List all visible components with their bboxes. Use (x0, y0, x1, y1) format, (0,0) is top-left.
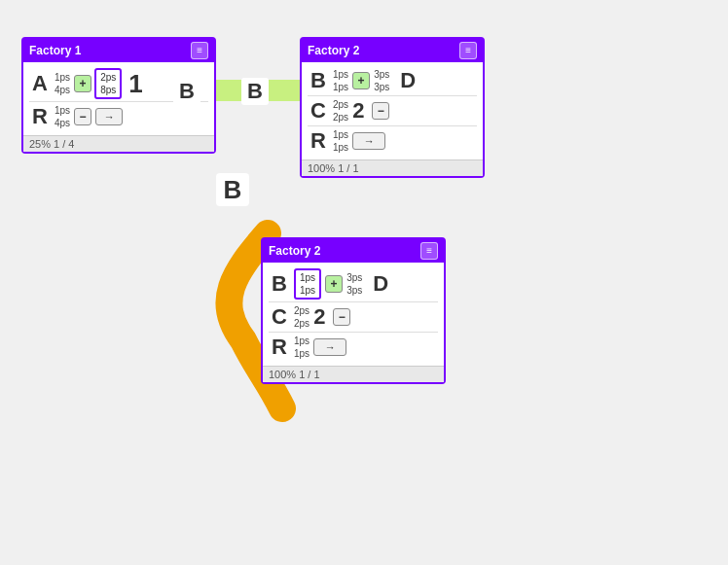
factory1-letter-R: R (29, 104, 51, 129)
factory2-bot-box: Factory 2 ≡ B 1ps 1ps + 3ps 3ps D C 2ps … (261, 237, 446, 384)
factory2-bot-B-ps-box: 1ps 1ps (294, 268, 321, 300)
factory2-top-row-C: C 2ps 2ps 2 − (308, 98, 477, 124)
factory2-bot-title: Factory 2 (269, 244, 320, 258)
factory2-bot-R-arrow-btn[interactable]: → (313, 338, 346, 356)
factory2-bot-C-minus-btn[interactable]: − (333, 308, 350, 326)
factory2-top-C-badge: 2 (352, 98, 364, 124)
factory2-top-C-ps: 2ps 2ps (333, 98, 348, 124)
factory2-bot-header: Factory 2 ≡ (263, 239, 444, 263)
factory1-A-badge: 1 (128, 69, 142, 99)
factory2-bot-letter-B: B (269, 271, 290, 297)
factory1-menu-btn[interactable]: ≡ (191, 42, 208, 59)
factory2-bot-footer: 100% 1 / 1 (263, 366, 444, 382)
factory2-top-row-B: B 1ps 1ps + 3ps 3ps D (308, 68, 477, 93)
factory1-footer-text: 25% 1 / 4 (29, 138, 74, 150)
connector-B-left: B (173, 78, 200, 105)
factory2-top-R-arrow-btn[interactable]: → (352, 132, 385, 150)
factory2-bot-letter-R: R (269, 335, 290, 360)
factory2-top-B-plus-btn[interactable]: + (352, 72, 370, 89)
factory2-bot-row-C: C 2ps 2ps 2 − (269, 304, 438, 330)
factory1-A-plus-btn[interactable]: + (74, 75, 91, 92)
factory2-top-C-minus-btn[interactable]: − (372, 102, 389, 120)
factory1-A-ps-box: 2ps 8ps (94, 68, 122, 99)
factory2-bot-letter-C: C (269, 304, 290, 330)
factory2-bot-B-plus-btn[interactable]: + (325, 275, 343, 293)
factory1-R-arrow-btn[interactable]: → (95, 108, 123, 125)
factory1-letter-A: A (29, 71, 51, 96)
factory2-bot-row-B: B 1ps 1ps + 3ps 3ps D (269, 268, 438, 300)
factory2-top-footer: 100% 1 / 1 (302, 159, 483, 176)
factory2-top-footer-text: 100% 1 / 1 (308, 162, 359, 174)
factory1-R-ps: 1ps 4ps (55, 104, 70, 129)
factory2-top-R-ps: 1ps 1ps (333, 128, 348, 154)
factory2-bot-menu-btn[interactable]: ≡ (420, 242, 438, 260)
connector-B-mid: B (216, 173, 249, 206)
factory2-bot-C-ps: 2ps 2ps (294, 304, 309, 330)
factory1-title: Factory 1 (29, 44, 81, 57)
factory2-top-letter-D: D (397, 68, 419, 93)
factory2-top-box: Factory 2 ≡ B 1ps 1ps + 3ps 3ps D C 2ps … (300, 37, 485, 178)
factory2-top-row-R: R 1ps 1ps → (308, 128, 477, 154)
factory1-footer: 25% 1 / 4 (23, 135, 214, 152)
factory1-row-R: R 1ps 4ps − → (29, 104, 208, 129)
factory2-top-letter-B: B (308, 68, 329, 93)
factory2-top-header: Factory 2 ≡ (302, 39, 483, 62)
factory2-bot-footer-text: 100% 1 / 1 (269, 369, 320, 380)
factory2-bot-B-ps2: 3ps 3ps (346, 271, 362, 297)
factory2-bot-R-ps: 1ps 1ps (294, 335, 309, 360)
factory2-bot-letter-D: D (370, 271, 391, 297)
factory2-top-menu-btn[interactable]: ≡ (459, 42, 477, 59)
factory2-top-letter-C: C (308, 98, 329, 124)
factory2-top-letter-R: R (308, 128, 329, 154)
factory1-header: Factory 1 ≡ (23, 39, 214, 62)
factory2-top-B-ps: 1ps 1ps (333, 68, 348, 93)
factory2-top-body: B 1ps 1ps + 3ps 3ps D C 2ps 2ps 2 − (302, 62, 483, 159)
factory2-top-B-ps2: 3ps 3ps (374, 68, 389, 93)
factory2-bot-row-R: R 1ps 1ps → (269, 335, 438, 360)
factory1-A-ps: 1ps 4ps (55, 71, 70, 96)
connector-B-right: B (241, 78, 269, 105)
factory2-top-title: Factory 2 (308, 44, 359, 57)
factory2-bot-C-badge: 2 (313, 304, 325, 330)
factory1-R-minus-btn[interactable]: − (74, 108, 91, 125)
factory2-bot-body: B 1ps 1ps + 3ps 3ps D C 2ps 2ps 2 − (263, 263, 444, 366)
